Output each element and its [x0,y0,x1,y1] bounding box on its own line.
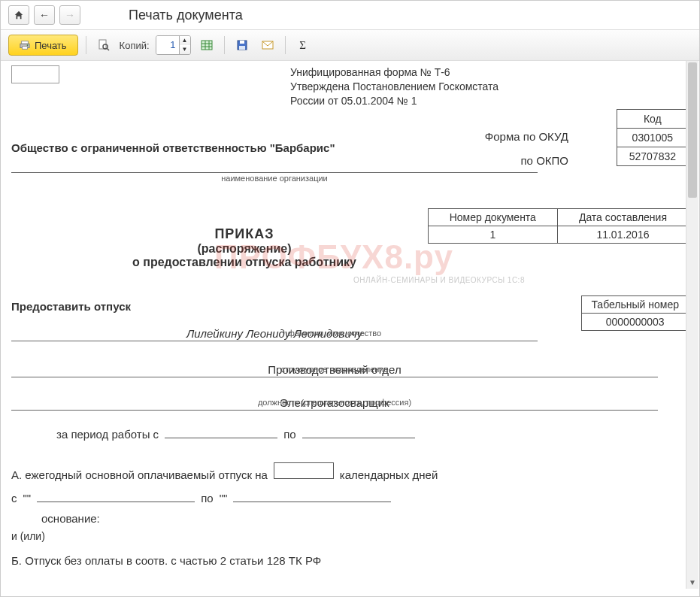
form-info-line1: Унифицированная форма № Т-6 [290,65,689,80]
email-button[interactable] [258,35,277,55]
job-caption: должность (специальность, профессия) [11,398,658,407]
watermark-subtitle: ОНЛАЙН-СЕМИНАРЫ И ВИДЕОКУРСЫ 1С:8 [353,276,525,284]
copies-value[interactable]: 1 [156,36,179,54]
tabnum-table: Табельный номер 0000000003 [581,295,689,331]
section-a-label: А. ежегодный основной оплачиваемый отпус… [11,468,268,481]
sum-button[interactable]: Σ [293,35,313,55]
docnum-header: Номер документа [428,209,557,226]
organization-caption: наименование организации [11,174,538,183]
days-box [274,462,334,479]
table-export-icon [201,39,213,51]
print-button-label: Печать [35,40,67,51]
preview-button[interactable] [94,35,114,55]
document: Унифицированная форма № Т-6 Утверждена П… [11,65,689,83]
title-line2: (распоряжение) [117,242,372,256]
svg-line-6 [107,48,109,50]
forward-button[interactable]: → [59,5,80,25]
basis-label: основание: [41,512,100,525]
separator [224,36,225,54]
code-table: Код 0301005 52707832 [617,109,689,166]
separator [86,36,86,54]
scrollbar-thumb[interactable] [688,62,697,198]
form-info: Унифицированная форма № Т-6 Утверждена П… [290,65,689,108]
document-area: Унифицированная форма № Т-6 Утверждена П… [1,61,699,589]
code-header: Код [617,110,688,129]
svg-point-3 [27,44,29,46]
docdate-header: Дата составления [557,209,688,226]
okpo-label: по ОКПО [521,154,569,167]
from-date-field [37,489,195,502]
envelope-icon [262,39,274,51]
calendar-days-label: календарных дней [340,468,438,481]
blank-corner-box [11,65,59,83]
form-info-line3: России от 05.01.2004 № 1 [290,94,689,108]
fio-caption: фамилия, имя, отчество [11,329,658,338]
toolbar: Печать Копий: 1 ▲ ▼ Σ [1,29,699,61]
svg-rect-14 [239,46,245,50]
section-a: А. ежегодный основной оплачиваемый отпус… [11,462,658,532]
tabnum-header: Табельный номер [582,296,689,314]
organization-name: Общество с ограниченной ответственностью… [11,141,538,156]
to-date-field [233,489,391,502]
okud-code: 0301005 [617,129,688,147]
form-info-line2: Утверждена Постановлением Госкомстата [290,80,689,94]
work-period-row: за период работы с по [56,425,415,441]
titlebar: ← → Печать документа [1,1,699,29]
and-or-label: и (или) [11,530,45,542]
order-title: ПРИКАЗ (распоряжение) о предоставлении о… [117,226,372,269]
from-label: с [11,492,17,505]
save-xls-button[interactable] [197,35,217,55]
title-line1: ПРИКАЗ [117,226,372,242]
svg-rect-13 [240,41,244,44]
window-title: Печать документа [129,8,243,23]
grant-vacation-label: Предоставить отпуск [11,300,131,313]
organization-underline [11,172,538,173]
home-button[interactable] [8,5,29,25]
printer-icon [20,40,30,50]
from-quote: "" [23,492,32,505]
floppy-icon [236,39,248,51]
period-label: за период работы с [56,428,159,441]
copies-label: Копий: [120,40,150,51]
svg-rect-0 [22,41,29,44]
magnifier-page-icon [98,39,110,51]
separator [285,36,286,54]
to-label: по [201,492,213,505]
okpo-code: 52707832 [617,147,688,166]
period-to-label: по [283,428,295,441]
period-to-field [302,425,415,438]
docnum-table: Номер документа Дата составления 1 11.01… [428,208,689,244]
title-line3: о предоставлении отпуска работнику [117,256,372,269]
period-from-field [165,425,277,438]
department-caption: структурное подразделение [11,365,658,374]
save-button[interactable] [232,35,252,55]
docnum-value: 1 [428,226,557,244]
docdate-value: 11.01.2016 [557,226,688,244]
print-button[interactable]: Печать [8,35,78,56]
scrollbar-down-arrow[interactable]: ▼ [686,577,698,589]
sigma-icon: Σ [299,39,306,52]
vertical-scrollbar[interactable]: ▼ [686,61,698,589]
spinner-down[interactable]: ▼ [180,45,190,54]
back-button[interactable]: ← [34,5,55,25]
svg-rect-2 [23,47,28,50]
spinner-up[interactable]: ▲ [180,36,190,45]
copies-spinner[interactable]: 1 ▲ ▼ [156,35,191,55]
section-b: Б. Отпуск без оплаты в соотв. с частью 2… [11,554,321,567]
to-quote: "" [220,492,228,505]
svg-rect-7 [202,41,212,50]
